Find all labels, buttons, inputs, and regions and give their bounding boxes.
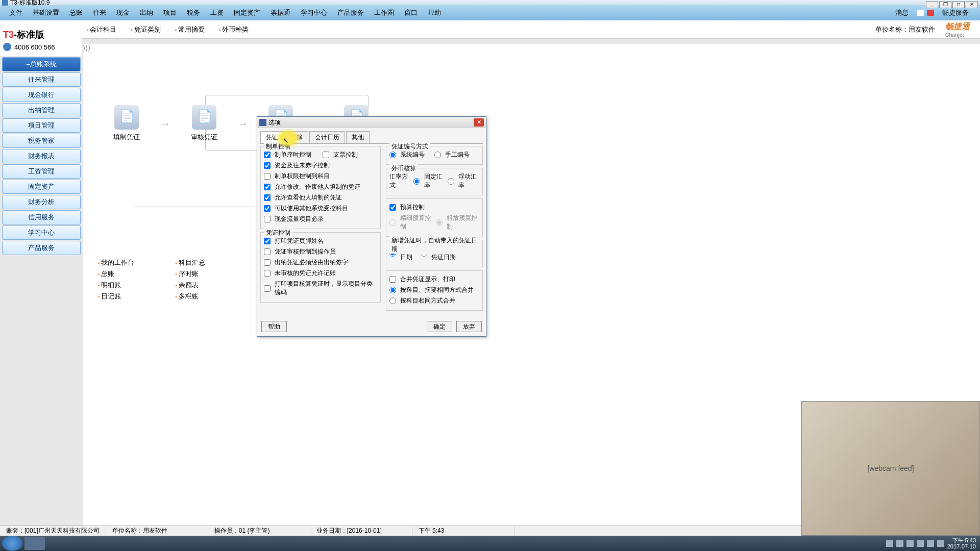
cancel-button[interactable]: 放弃 [456,321,482,332]
group-fx: 外币核算 汇率方式 固定汇率 浮动汇率 [386,168,483,195]
sidebar-item-credit[interactable]: 信用服务 [2,210,81,224]
dialog-title: 选项 [268,118,281,127]
radio-float-rate[interactable] [448,178,454,185]
radio-sys-num[interactable] [389,152,396,158]
menu-file[interactable]: 文件 [4,8,28,17]
chk-check[interactable] [323,152,329,158]
sidebar-item-gl[interactable]: 总账系统 [2,57,81,71]
sidebar-item-cashier[interactable]: 出纳管理 [2,103,81,117]
wf-audit[interactable]: 审核凭证 [191,105,217,142]
close-button[interactable]: ✕ [966,1,978,8]
link-detail[interactable]: 明细账 [98,281,134,290]
chk-seq[interactable] [264,152,271,158]
radio-fixed-rate[interactable] [413,178,420,185]
chk-other-sys[interactable] [264,205,271,212]
chk-budget[interactable] [389,204,396,211]
tray-icon[interactable] [927,540,934,547]
chk-view[interactable] [264,194,271,201]
sidebar-item-report[interactable]: 财务报表 [2,149,81,163]
menu-fa[interactable]: 固定资产 [229,8,265,17]
chk-perm[interactable] [264,173,271,180]
alert-icon[interactable] [927,10,934,16]
wf-fill[interactable]: 填制凭证 [113,105,140,142]
start-button[interactable] [2,536,22,551]
link-journal[interactable]: 日记账 [98,292,134,301]
tray-icon[interactable] [906,540,914,547]
sidebar-item-wage[interactable]: 工资管理 [2,164,81,179]
tray-clock[interactable]: 下午 5:432017-07-10 [947,537,976,549]
tb-voucher-type[interactable]: 凭证类别 [131,25,160,34]
chk-audit-op[interactable] [264,248,271,255]
menu-svc[interactable]: 畅捷服务 [937,8,974,17]
sidebar-item-fa[interactable]: 固定资产 [2,180,81,194]
chk-merge-print[interactable] [389,276,396,283]
menu-help[interactable]: 帮助 [423,8,446,17]
link-balance[interactable]: 余额表 [175,281,205,290]
menu-gl[interactable]: 总账 [64,8,88,17]
chk-deficit[interactable] [264,162,271,169]
menu-project[interactable]: 项目 [158,8,182,17]
tab-book[interactable]: 账簿 [285,131,308,143]
link-workbench[interactable]: 我的工作台 [98,258,134,267]
mail-icon[interactable] [917,10,924,16]
menu-cashier[interactable]: 出纳 [135,8,158,17]
chk-modify[interactable] [264,184,271,190]
sidebar-item-tax[interactable]: 税务管家 [2,134,81,148]
link-multi[interactable]: 多栏账 [175,292,205,301]
link-chrono[interactable]: 序时账 [175,269,205,279]
menu-learn[interactable]: 学习中心 [296,8,332,17]
volume-icon[interactable] [937,540,944,547]
tab-voucher[interactable]: 凭证 [260,131,284,143]
magnify-icon [192,105,216,130]
tab-other[interactable]: 其他 [346,131,370,143]
title-bar: T3-标准版10.9 [0,0,980,5]
bottom-links: 我的工作台 总账 明细账 日记账 科目汇总 序时账 余额表 多栏账 [98,258,205,303]
sidebar-item-learn[interactable]: 学习中心 [2,226,81,240]
link-summary[interactable]: 科目汇总 [175,258,205,267]
sidebar-item-analysis[interactable]: 财务分析 [2,195,81,209]
chk-print-proj[interactable] [264,285,271,292]
chk-print-footer[interactable] [264,238,271,244]
menu-work[interactable]: 工作圈 [369,8,399,17]
restore-button[interactable]: ❐ [939,1,951,8]
chk-cashier-sign[interactable] [264,259,271,266]
menu-cash[interactable]: 现金 [111,8,135,17]
link-gl[interactable]: 总账 [98,269,134,279]
ok-button[interactable]: 确定 [427,321,452,332]
dialog-title-bar[interactable]: 选项 ✕ [257,117,486,128]
tray-icon[interactable] [896,540,903,547]
chk-cashflow[interactable] [264,216,271,222]
group-date: 新增凭证时，自动带入的凭证日期 登录日期 最后一次录入的凭证日期 [386,240,483,267]
menu-prod[interactable]: 产品服务 [332,8,369,17]
sidebar-item-project[interactable]: 项目管理 [2,118,81,133]
menu-ar[interactable]: 往来 [88,8,111,17]
menu-window[interactable]: 窗口 [399,8,423,17]
chk-unaudited-post[interactable] [264,270,271,277]
group-number: 凭证编号方式 系统编号 手工编号 [386,146,483,165]
tb-currency[interactable]: 外币种类 [219,25,249,34]
tray-icon[interactable] [886,540,893,547]
radio-merge-summary[interactable] [389,287,396,293]
maximize-button[interactable]: □ [952,1,965,8]
collapse-handle[interactable]: ⟩⟩⟩ [83,44,90,52]
menu-tax[interactable]: 税务 [182,8,205,17]
status-unit: 单位名称：用友软件 [106,527,208,535]
dialog-close-button[interactable]: ✕ [474,118,484,127]
task-browser[interactable] [24,537,45,550]
sidebar-item-cash[interactable]: 现金银行 [2,88,81,102]
menu-wage[interactable]: 工资 [205,8,229,17]
unit-name: 单位名称：用友软件 [875,25,935,34]
tray-icon[interactable] [917,540,924,547]
radio-manual-num[interactable] [434,152,441,158]
minimize-button[interactable]: _ [926,1,938,8]
menu-msg[interactable]: 消息 [890,8,914,17]
menu-bill[interactable]: 票据通 [265,8,296,17]
radio-merge-subject[interactable] [389,297,396,304]
menu-basic[interactable]: 基础设置 [28,8,64,17]
sidebar-item-ar[interactable]: 往来管理 [2,72,81,87]
tb-subject[interactable]: 会计科目 [87,25,116,34]
sidebar-item-prod[interactable]: 产品服务 [2,241,81,255]
tb-summary[interactable]: 常用摘要 [175,25,205,34]
tab-calendar[interactable]: 会计日历 [309,131,345,143]
help-button[interactable]: 帮助 [261,321,287,332]
